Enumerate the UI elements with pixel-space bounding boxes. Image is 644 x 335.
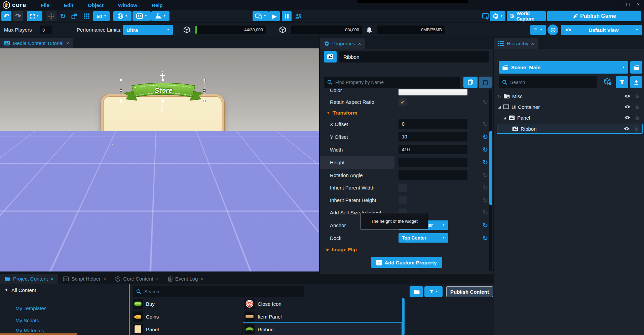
close-tab-icon[interactable]: × — [156, 276, 159, 282]
reset-icon[interactable]: ↺ — [483, 159, 488, 166]
default-view-dropdown[interactable]: Default View ▼ — [561, 25, 642, 35]
add-custom-property-button[interactable]: + Add Custom Property — [371, 257, 442, 268]
selection-handle[interactable] — [162, 79, 164, 81]
tab-hierarchy[interactable]: Hierarchy × — [494, 38, 538, 49]
property-search-input[interactable] — [335, 80, 457, 85]
y-offset-input[interactable]: 10 — [399, 132, 467, 141]
scene-3d-view[interactable]: Store + Z — [0, 48, 319, 271]
script-dropdown[interactable]: ▼ — [132, 11, 151, 21]
close-tab-icon[interactable]: × — [358, 41, 361, 46]
tab-script-helper[interactable]: Script Helper × — [58, 274, 111, 284]
world-settings-dropdown[interactable]: ▼ — [113, 11, 131, 21]
rotate-tool-button[interactable]: ↻ — [58, 11, 68, 21]
object-type-image-button[interactable] — [324, 51, 337, 62]
height-input[interactable] — [399, 158, 467, 167]
selection-handle[interactable] — [120, 100, 122, 102]
lock-icon[interactable] — [635, 94, 639, 98]
publish-content-button[interactable]: Publish Content — [446, 286, 493, 297]
hierarchy-export-button[interactable] — [630, 76, 642, 88]
selection-handle[interactable] — [203, 89, 205, 92]
pause-button[interactable] — [282, 11, 292, 21]
menu-edit[interactable]: Edit — [64, 2, 73, 8]
retain-aspect-checkbox[interactable]: ✔ — [399, 98, 407, 106]
properties-scrollbar-thumb[interactable] — [489, 131, 492, 205]
reset-icon[interactable]: ↺ — [483, 221, 488, 229]
tree-item-ribbon[interactable]: Ribbon — [497, 124, 643, 134]
tree-expanded-icon[interactable]: ◢ — [497, 105, 502, 109]
tab-event-log[interactable]: Event Log × — [163, 274, 208, 284]
lock-icon[interactable] — [635, 115, 639, 120]
reset-icon[interactable]: ↺ — [483, 234, 488, 242]
hierarchy-filter-button[interactable] — [616, 76, 628, 88]
close-tab-icon[interactable]: × — [531, 41, 534, 46]
grid-size-dropdown[interactable]: 50 ▼ — [93, 11, 110, 21]
width-input[interactable]: 410 — [399, 145, 467, 154]
tree-expanded-icon[interactable]: ◢ — [502, 116, 507, 120]
close-tab-icon[interactable]: × — [103, 276, 106, 282]
terrain-dropdown[interactable]: ▼ — [151, 11, 169, 21]
close-tab-icon[interactable]: × — [50, 276, 53, 282]
sidebar-item-my-templates[interactable]: My Templates — [15, 305, 46, 311]
multiplayer-preview-button[interactable] — [293, 11, 303, 21]
close-tab-icon[interactable]: × — [200, 276, 203, 282]
content-search-input[interactable] — [144, 289, 301, 294]
section-image-flip[interactable]: ▶ Image Flip — [320, 244, 489, 254]
selection-handle[interactable] — [203, 100, 205, 102]
world-capture-button[interactable]: World Capture — [507, 11, 546, 21]
reset-icon[interactable]: ↺ — [483, 196, 488, 204]
content-item-buy[interactable]: Buy — [133, 299, 155, 309]
performance-limits-dropdown[interactable]: Ultra ▼ — [123, 25, 173, 35]
hierarchy-search-input[interactable] — [510, 80, 594, 85]
grid-snap-button[interactable] — [82, 11, 91, 21]
lock-icon[interactable] — [635, 126, 639, 131]
tab-media-content-tutorial[interactable]: Media Content Tutorial × — [0, 38, 73, 48]
assistant-dropdown[interactable]: ▼ — [490, 11, 505, 21]
reset-icon[interactable]: ↺ — [483, 120, 488, 128]
rotation-angle-input[interactable] — [399, 170, 467, 180]
tab-properties[interactable]: Properties × — [320, 38, 365, 49]
content-search[interactable] — [133, 286, 304, 297]
reset-icon[interactable]: ↺ — [483, 146, 488, 154]
scale-tool-button[interactable] — [69, 11, 79, 21]
tab-project-content[interactable]: Project Content × — [0, 274, 58, 284]
paste-properties-button[interactable] — [479, 77, 492, 88]
menu-file[interactable]: File — [41, 2, 49, 8]
visibility-eye-icon[interactable] — [624, 116, 631, 120]
content-item-panel[interactable]: Panel — [133, 324, 159, 334]
color-swatch[interactable] — [399, 89, 467, 95]
inherit-parent-width-checkbox[interactable] — [399, 183, 407, 192]
inherit-parent-height-checkbox[interactable] — [399, 196, 407, 204]
lock-icon[interactable] — [635, 104, 639, 109]
reset-icon[interactable]: ↺ — [483, 171, 488, 179]
selection-handle[interactable] — [120, 79, 122, 81]
sidebar-item-my-materials[interactable]: My Materials — [15, 328, 44, 333]
x-offset-input[interactable]: 0 — [399, 119, 467, 129]
tree-item-misc[interactable]: ▷ Misc — [497, 91, 643, 101]
tree-item-ui-container[interactable]: ◢ UI Container — [497, 102, 643, 112]
redo-button[interactable]: ↷ — [13, 11, 23, 21]
section-transform[interactable]: ▼ Transform — [320, 108, 489, 118]
publish-game-button[interactable]: Publish Game — [547, 11, 641, 21]
visibility-eye-icon[interactable] — [624, 105, 631, 109]
open-folder-button[interactable] — [410, 286, 423, 297]
select-tool-button[interactable]: ▼ — [27, 11, 42, 21]
content-item-close-icon[interactable]: Close Icon — [244, 299, 281, 309]
sidebar-item-my-scripts[interactable]: My Scripts — [15, 318, 39, 323]
selection-handle[interactable] — [203, 79, 205, 81]
close-tab-icon[interactable]: × — [66, 40, 69, 46]
content-item-ribbon[interactable]: Ribbon — [244, 324, 274, 334]
tab-core-content[interactable]: Core Content × — [111, 274, 163, 284]
move-gizmo-icon[interactable] — [159, 73, 165, 79]
reset-icon[interactable]: ↺ — [483, 184, 488, 192]
sidebar-item-all-content[interactable]: ▼ All Content — [5, 287, 36, 293]
properties-scrollbar[interactable] — [489, 89, 492, 271]
hierarchy-search[interactable] — [499, 76, 597, 88]
play-button[interactable]: ▶ — [269, 11, 280, 21]
reset-icon[interactable]: ↺ — [483, 133, 488, 141]
tree-collapsed-icon[interactable]: ▷ — [497, 94, 502, 98]
sidebar-divider[interactable] — [129, 284, 130, 335]
menu-object[interactable]: Object — [88, 2, 104, 8]
copy-properties-button[interactable] — [463, 77, 478, 88]
minimize-button[interactable]: – — [616, 2, 620, 7]
undo-button[interactable]: ↶ — [1, 11, 11, 21]
